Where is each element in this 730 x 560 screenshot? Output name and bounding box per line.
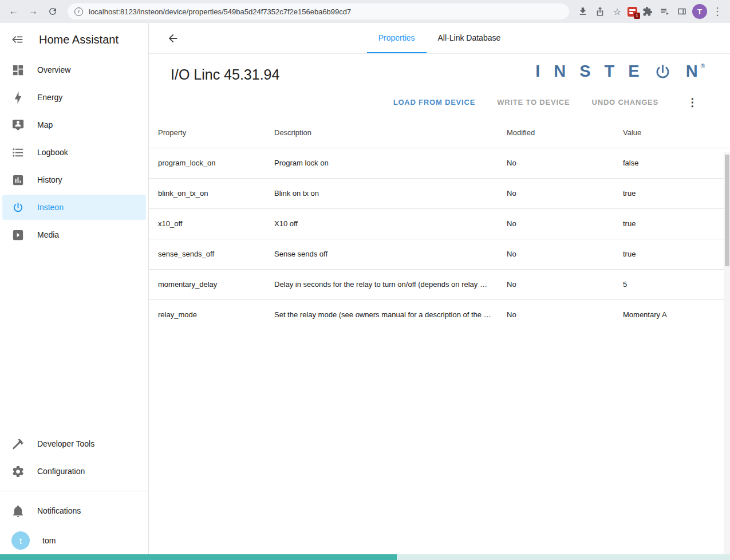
browser-back-icon[interactable]: ← (6, 3, 22, 19)
gear-icon (11, 465, 25, 478)
cell-modified: No (498, 208, 614, 239)
cell-description: Set the relay mode (see owners manual fo… (265, 299, 498, 330)
view-dashboard-icon (11, 64, 25, 77)
cell-modified: No (498, 239, 614, 269)
cell-description: X10 off (265, 208, 498, 239)
registered-mark: ® (701, 63, 705, 69)
undo-changes-button[interactable]: UNDO CHANGES (587, 94, 664, 110)
share-icon[interactable] (593, 5, 607, 18)
sidebar-item-overview[interactable]: Overview (2, 57, 146, 82)
user-name: tom (42, 536, 56, 545)
sidebar: Home Assistant Overview Energy Map Logbo… (0, 23, 149, 560)
sidebar-item-map[interactable]: Map (2, 112, 146, 137)
lightning-bolt-icon (11, 91, 25, 104)
sidebar-header: Home Assistant (0, 23, 148, 56)
sidebar-item-label: Insteon (37, 203, 64, 212)
sidebar-item-label: Overview (37, 65, 70, 74)
table-row[interactable]: x10_off X10 off No true (149, 208, 730, 239)
cell-value: false (614, 148, 730, 178)
sidebar-item-configuration[interactable]: Configuration (2, 459, 146, 484)
chart-box-icon (11, 173, 25, 187)
column-header-description: Description (265, 118, 498, 148)
title-row: I/O Linc 45.31.94 INSTE N ® (149, 54, 730, 83)
app-title: Home Assistant (39, 33, 119, 46)
sidebar-item-logbook[interactable]: Logbook (2, 140, 146, 165)
browser-profile-avatar[interactable]: T (692, 4, 707, 19)
cell-property: x10_off (149, 208, 265, 239)
load-from-device-button[interactable]: LOAD FROM DEVICE (389, 94, 480, 110)
sidebar-item-user[interactable]: t tom (2, 526, 146, 555)
sidebar-item-history[interactable]: History (2, 167, 146, 192)
adblock-extension-icon[interactable]: 1 (628, 7, 637, 17)
media-controls-icon[interactable] (658, 5, 672, 18)
cell-value: true (614, 239, 730, 269)
table-header-row: Property Description Modified Value (149, 118, 730, 148)
sidebar-item-developer-tools[interactable]: Developer Tools (2, 431, 146, 456)
page-info-icon[interactable]: i (74, 7, 83, 16)
sidebar-item-label: Energy (37, 93, 62, 102)
tab-all-link-database[interactable]: All-Link Database (427, 23, 512, 53)
write-to-device-button[interactable]: WRITE TO DEVICE (492, 94, 574, 110)
table-row[interactable]: relay_mode Set the relay mode (see owner… (149, 299, 730, 330)
hammer-icon (11, 437, 25, 451)
power-icon (11, 201, 25, 214)
tab-properties[interactable]: Properties (367, 23, 427, 53)
cell-modified: No (498, 178, 614, 208)
table-row[interactable]: program_lock_on Program lock on No false (149, 148, 730, 178)
insteon-logo-letters: N (686, 62, 698, 81)
insteon-logo-letters: INSTE (535, 62, 653, 81)
side-panel-icon[interactable] (675, 5, 689, 18)
cell-description: Sense sends off (265, 239, 498, 269)
cell-property: program_lock_on (149, 148, 265, 178)
extensions-puzzle-icon[interactable] (641, 5, 654, 18)
download-icon[interactable] (576, 5, 590, 18)
cell-description: Blink on tx on (265, 178, 498, 208)
scrollbar-track[interactable] (724, 152, 730, 560)
cell-property: sense_sends_off (149, 239, 265, 269)
list-bulleted-icon (11, 146, 25, 159)
table-row[interactable]: sense_sends_off Sense sends off No true (149, 239, 730, 269)
sidebar-item-label: Notifications (37, 506, 81, 515)
cell-value: true (614, 178, 730, 208)
sidebar-spacer (0, 249, 148, 430)
device-page-header: Properties All-Link Database (149, 23, 730, 54)
table-row[interactable]: blink_on_tx_on Blink on tx on No true (149, 178, 730, 208)
sidebar-toggle-icon[interactable] (11, 33, 24, 46)
sidebar-item-label: Map (37, 120, 53, 129)
back-button[interactable] (165, 30, 181, 46)
sidebar-item-notifications[interactable]: Notifications (2, 498, 146, 523)
table-row[interactable]: momentary_delay Delay in seconds for the… (149, 269, 730, 299)
user-avatar: t (11, 531, 30, 550)
bell-icon (11, 504, 25, 518)
extension-badge: 1 (634, 13, 640, 19)
actions-row: LOAD FROM DEVICE WRITE TO DEVICE UNDO CH… (149, 83, 730, 118)
browser-menu-icon[interactable]: ⋮ (711, 5, 724, 18)
cell-modified: No (498, 299, 614, 330)
sidebar-item-energy[interactable]: Energy (2, 85, 146, 110)
browser-forward-icon[interactable]: → (25, 3, 41, 19)
insteon-power-o-icon (653, 62, 672, 81)
tooltip-account-icon (11, 119, 25, 132)
sidebar-item-media[interactable]: Media (2, 222, 146, 247)
url-text[interactable]: localhost:8123/insteon/device/properties… (89, 7, 562, 16)
column-header-modified: Modified (498, 118, 614, 148)
cell-description: Delay in seconds for the relay to turn o… (265, 269, 498, 299)
sidebar-item-insteon[interactable]: Insteon (2, 195, 146, 220)
sidebar-item-label: Media (37, 230, 59, 239)
main-panel: Properties All-Link Database I/O Linc 45… (149, 23, 730, 560)
browser-toolbar: ← → i localhost:8123/insteon/device/prop… (0, 0, 730, 23)
device-title: I/O Linc 45.31.94 (171, 62, 279, 83)
bookmark-star-icon[interactable]: ☆ (610, 5, 624, 18)
overflow-menu-icon[interactable]: ⋮ (684, 96, 701, 109)
tab-bar: Properties All-Link Database (149, 23, 730, 53)
address-bar[interactable]: i localhost:8123/insteon/device/properti… (68, 3, 569, 19)
play-box-icon (11, 228, 25, 242)
scrollbar-thumb[interactable] (725, 155, 729, 266)
cell-property: momentary_delay (149, 269, 265, 299)
insteon-logo: INSTE N ® (535, 62, 705, 81)
cell-modified: No (498, 269, 614, 299)
sidebar-item-label: History (37, 175, 62, 184)
browser-reload-icon[interactable] (45, 3, 61, 19)
home-assistant-app: Home Assistant Overview Energy Map Logbo… (0, 23, 730, 560)
cell-value: true (614, 208, 730, 239)
